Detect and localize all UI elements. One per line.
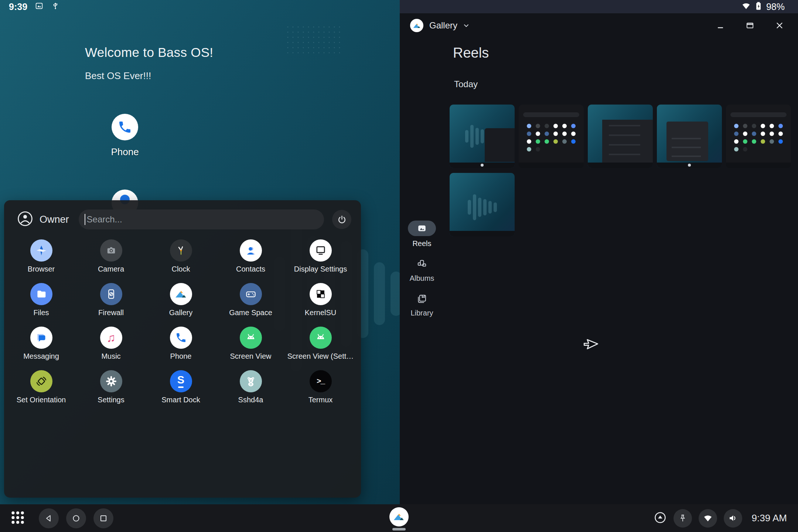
launcher-app-phone[interactable]: Phone bbox=[146, 327, 216, 370]
android-icon bbox=[240, 327, 262, 349]
power-icon bbox=[337, 215, 347, 225]
power-button[interactable] bbox=[332, 210, 351, 229]
recents-button[interactable] bbox=[93, 508, 113, 528]
launcher-app-browser[interactable]: Browser bbox=[6, 239, 76, 283]
launcher-app-clock[interactable]: Clock bbox=[146, 239, 216, 283]
wifi-icon bbox=[741, 1, 751, 12]
running-indicator bbox=[392, 528, 406, 531]
user-name: Owner bbox=[40, 214, 69, 225]
phone-icon bbox=[112, 114, 138, 140]
apps-grid-icon[interactable] bbox=[9, 509, 26, 528]
reels-icon bbox=[417, 223, 427, 233]
reel-thumbnail[interactable] bbox=[726, 105, 791, 168]
contacts-icon bbox=[240, 239, 262, 262]
sidebar-item-reels[interactable]: Reels bbox=[405, 221, 439, 248]
launcher-app-display-settings[interactable]: Display Settings bbox=[286, 239, 355, 283]
desktop-shortcut-phone[interactable]: Phone bbox=[99, 114, 151, 158]
launcher-app-set-orientation[interactable]: Set Orientation bbox=[6, 370, 76, 414]
app-grid: Browser Camera bbox=[6, 239, 355, 414]
sidebar-item-albums[interactable]: Albums bbox=[405, 258, 439, 283]
close-button[interactable] bbox=[771, 17, 788, 34]
taskbar-running-app-gallery[interactable] bbox=[389, 507, 409, 531]
search-input[interactable] bbox=[79, 209, 324, 229]
back-button[interactable] bbox=[39, 508, 59, 528]
display-settings-icon bbox=[310, 239, 332, 262]
launcher-app-kernelsu[interactable]: KernelSU bbox=[286, 283, 355, 327]
launcher-app-sshd4a[interactable]: Sshd4a bbox=[216, 370, 286, 414]
gallery-window: Gallery Reels Today bbox=[400, 13, 798, 504]
mouse-cursor bbox=[583, 339, 599, 357]
wifi-icon[interactable] bbox=[699, 509, 717, 528]
chevron-down-icon[interactable] bbox=[462, 21, 471, 30]
camera-icon bbox=[100, 239, 122, 262]
gallery-titlebar: Gallery bbox=[400, 13, 798, 38]
reel-thumbnail[interactable] bbox=[450, 105, 515, 168]
launcher-app-gallery[interactable]: Gallery bbox=[146, 283, 216, 327]
usb-icon bbox=[51, 1, 60, 12]
launcher-app-settings[interactable]: Settings bbox=[76, 370, 146, 414]
bear-icon bbox=[240, 370, 262, 392]
home-button[interactable] bbox=[66, 508, 86, 528]
minimize-button[interactable] bbox=[712, 17, 729, 34]
reel-thumbnail[interactable] bbox=[519, 105, 584, 168]
albums-icon bbox=[405, 258, 439, 271]
gallery-icon bbox=[389, 507, 409, 526]
statusbar-window-tint bbox=[400, 0, 798, 13]
launcher-app-music[interactable]: ♫ Music bbox=[76, 327, 146, 370]
smart-dock-icon: S bbox=[170, 370, 192, 392]
launcher-app-firewall[interactable]: Firewall bbox=[76, 283, 146, 327]
music-icon: ♫ bbox=[100, 327, 122, 349]
firewall-icon bbox=[100, 283, 122, 305]
game-space-icon bbox=[240, 283, 262, 305]
battery-percent: 98% bbox=[766, 1, 785, 12]
gallery-app-icon[interactable] bbox=[410, 19, 423, 32]
search-box[interactable] bbox=[79, 209, 324, 229]
battery-charging-icon bbox=[754, 1, 763, 12]
launcher-app-smart-dock[interactable]: S Smart Dock bbox=[146, 370, 216, 414]
app-launcher-panel: Owner Browser bbox=[4, 200, 361, 498]
gallery-notification-icon bbox=[35, 1, 44, 12]
welcome-title: Welcome to Bass OS! bbox=[85, 45, 213, 60]
phone-icon bbox=[170, 327, 192, 349]
pin-icon[interactable] bbox=[673, 509, 692, 528]
page-title: Reels bbox=[453, 45, 489, 61]
taskbar-clock[interactable]: 9:39 AM bbox=[752, 512, 787, 524]
gallery-icon bbox=[170, 283, 192, 305]
gallery-sidebar: Reels Albums bbox=[405, 221, 439, 327]
browser-icon bbox=[30, 239, 52, 262]
android-icon bbox=[310, 327, 332, 349]
reels-thumbnail-grid bbox=[450, 105, 797, 236]
wallpaper-dot-pattern bbox=[285, 24, 341, 53]
launcher-app-messaging[interactable]: Messaging bbox=[6, 327, 76, 370]
rotate-icon bbox=[30, 370, 52, 392]
status-bar: 9:39 bbox=[0, 0, 798, 13]
user-avatar-icon[interactable] bbox=[17, 210, 34, 229]
shortcut-label: Phone bbox=[99, 146, 151, 158]
welcome-subtitle: Best OS Ever!!! bbox=[85, 70, 213, 82]
reels-selected-pill bbox=[408, 221, 436, 236]
launcher-app-screen-view[interactable]: Screen View bbox=[216, 327, 286, 370]
reel-thumbnail[interactable] bbox=[657, 105, 722, 168]
terminal-icon: >_ bbox=[310, 370, 332, 392]
launcher-app-contacts[interactable]: Contacts bbox=[216, 239, 286, 283]
status-time: 9:39 bbox=[9, 1, 27, 12]
launcher-app-files[interactable]: Files bbox=[6, 283, 76, 327]
launcher-app-screen-view-settings[interactable]: Screen View (Sett… bbox=[286, 327, 355, 370]
messaging-icon bbox=[30, 327, 52, 349]
welcome-message: Welcome to Bass OS! Best OS Ever!!! bbox=[85, 45, 213, 82]
volume-icon[interactable] bbox=[724, 509, 742, 528]
files-icon bbox=[30, 283, 52, 305]
gear-icon bbox=[100, 370, 122, 392]
launcher-app-game-space[interactable]: Game Space bbox=[216, 283, 286, 327]
kernelsu-icon bbox=[310, 283, 332, 305]
reel-thumbnail[interactable] bbox=[588, 105, 653, 168]
reel-thumbnail[interactable] bbox=[450, 173, 515, 236]
window-title: Gallery bbox=[429, 20, 457, 31]
section-label-today: Today bbox=[454, 79, 478, 89]
sidebar-item-library[interactable]: Library bbox=[405, 292, 439, 317]
maximize-button[interactable] bbox=[742, 17, 758, 34]
screen: Welcome to Bass OS! Best OS Ever!!! Phon… bbox=[0, 0, 798, 532]
launcher-app-termux[interactable]: >_ Termux bbox=[286, 370, 355, 414]
launcher-app-camera[interactable]: Camera bbox=[76, 239, 146, 283]
expand-up-icon[interactable] bbox=[654, 511, 667, 526]
